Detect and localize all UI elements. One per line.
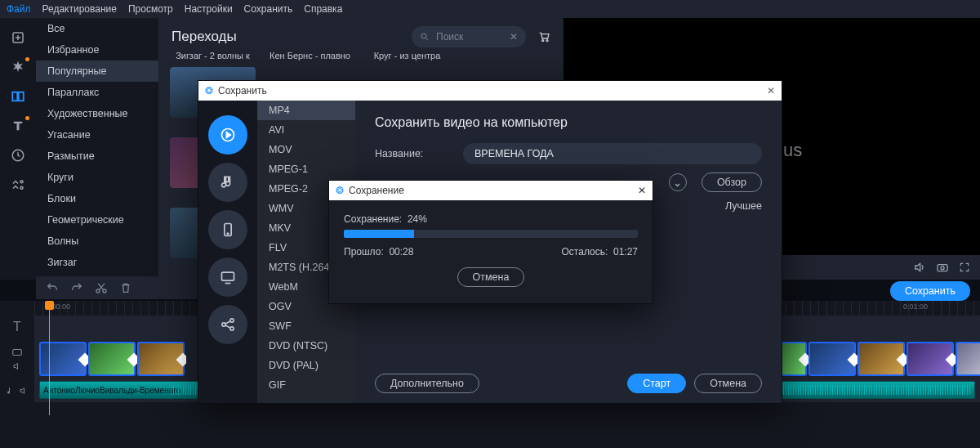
save-button[interactable]: Сохранить [890, 281, 970, 301]
transition-category-list: Все Избранное Популярные Параллакс Худож… [36, 18, 158, 280]
tool-titles[interactable] [5, 113, 31, 139]
menu-settings[interactable]: Настройки [185, 3, 233, 15]
cancel-button[interactable]: Отмена [694, 374, 762, 393]
start-button[interactable]: Старт [627, 374, 686, 393]
audio-track-gutter[interactable] [0, 379, 34, 402]
elapsed-value: 00:28 [389, 246, 413, 258]
export-device-icon[interactable] [208, 210, 247, 249]
progress-percent: 24% [408, 213, 427, 225]
close-icon[interactable]: ✕ [767, 85, 775, 96]
menu-help[interactable]: Справка [304, 3, 342, 15]
progress-status-label: Сохранение: [344, 213, 402, 225]
browse-button[interactable]: Обзор [702, 172, 762, 192]
tool-filters[interactable] [5, 54, 31, 80]
cancel-button[interactable]: Отмена [457, 267, 525, 287]
export-category-rail [198, 101, 257, 403]
format-item[interactable]: MP4 [257, 101, 355, 120]
progress-fill [344, 230, 414, 238]
video-clip[interactable] [808, 342, 856, 376]
video-clip[interactable] [88, 342, 136, 376]
video-clip[interactable] [858, 342, 905, 376]
format-item[interactable]: GIF [257, 375, 355, 395]
close-icon[interactable]: ✕ [638, 185, 646, 196]
sidebar-item[interactable]: Угасание [36, 124, 158, 146]
playhead[interactable] [49, 301, 50, 415]
export-video-icon[interactable] [208, 115, 247, 155]
video-clip[interactable] [137, 342, 185, 376]
name-input[interactable]: ВРЕМЕНА ГОДА [463, 143, 762, 164]
app-icon: ❂ [205, 85, 213, 96]
delete-icon[interactable] [119, 281, 132, 294]
format-item[interactable]: DVD (PAL) [257, 356, 355, 375]
redo-icon[interactable] [70, 281, 83, 294]
svg-point-7 [542, 40, 544, 42]
video-clip[interactable] [906, 342, 954, 376]
advanced-button[interactable]: Дополнительно [375, 374, 479, 393]
sidebar-item[interactable]: Зигзаг [36, 252, 158, 273]
cut-icon[interactable] [95, 281, 108, 294]
chevron-down-icon[interactable]: ⌄ [669, 173, 687, 191]
menu-save[interactable]: Сохранить [244, 3, 293, 15]
video-clip[interactable] [956, 342, 980, 376]
export-audio-icon[interactable] [208, 163, 247, 202]
remaining-label: Осталось: [562, 246, 608, 258]
format-item[interactable]: SWF [257, 316, 355, 336]
tool-stickers[interactable] [5, 142, 31, 168]
video-clip[interactable] [39, 342, 87, 376]
fullscreen-icon[interactable] [959, 262, 970, 273]
title-track-gutter[interactable]: T [0, 316, 34, 338]
format-item[interactable]: MOV [257, 140, 355, 159]
progress-titlebar[interactable]: ❂ Сохранение ✕ [329, 181, 653, 200]
svg-rect-17 [222, 272, 234, 280]
app-icon: ❂ [336, 185, 344, 196]
snapshot-icon[interactable] [936, 261, 949, 274]
name-label: Название: [375, 148, 448, 159]
sidebar-item[interactable]: Параллакс [36, 82, 158, 103]
thumb-caption: Зигзаг - 2 волны к [170, 51, 256, 60]
thumb-caption: Кен Бернс - плавно [267, 51, 353, 60]
sidebar-item[interactable]: Геометрические [36, 209, 158, 231]
export-tv-icon[interactable] [208, 258, 247, 297]
save-dialog-titlebar[interactable]: ❂ Сохранить ✕ [198, 81, 782, 101]
clear-icon[interactable]: ✕ [510, 31, 518, 43]
sidebar-item[interactable]: Круги [36, 167, 158, 188]
quality-value: Лучшее [725, 200, 762, 212]
sidebar-item[interactable]: Блоки [36, 188, 158, 209]
export-share-icon[interactable] [208, 305, 247, 344]
svg-point-6 [421, 34, 426, 38]
tool-import[interactable] [5, 25, 31, 51]
svg-rect-11 [938, 265, 947, 271]
sidebar-item[interactable]: Все [36, 18, 158, 39]
cart-icon[interactable] [537, 30, 550, 43]
format-item[interactable]: DVD (NTSC) [257, 336, 355, 356]
menu-file[interactable]: Файл [7, 3, 31, 15]
panel-title: Переходы [172, 29, 237, 45]
undo-icon[interactable] [46, 281, 59, 294]
svg-point-8 [546, 40, 548, 42]
thumb-caption: Круг - из центра [364, 51, 450, 60]
sidebar-item[interactable]: Размытие [36, 146, 158, 167]
search-icon [420, 32, 430, 42]
progress-window-title: Сохранение [349, 185, 404, 196]
format-item[interactable]: AVI [257, 120, 355, 140]
export-heading: Сохранить видео на компьютер [375, 115, 762, 130]
sidebar-item[interactable]: Избранное [36, 39, 158, 60]
svg-point-5 [20, 186, 23, 189]
menu-edit[interactable]: Редактирование [42, 3, 117, 15]
search-input[interactable]: Поиск ✕ [412, 26, 526, 47]
volume-icon[interactable] [913, 261, 926, 274]
search-placeholder: Поиск [436, 31, 463, 43]
progress-bar [344, 230, 638, 238]
tool-more[interactable] [5, 172, 31, 198]
format-item[interactable]: MPEG-1 [257, 159, 355, 179]
sidebar-item[interactable]: Популярные [36, 60, 158, 82]
tool-transitions[interactable] [5, 83, 31, 110]
menu-view[interactable]: Просмотр [128, 3, 173, 15]
sidebar-item[interactable]: Художественные [36, 103, 158, 124]
sidebar-item[interactable]: Волны [36, 231, 158, 252]
elapsed-label: Прошло: [344, 246, 384, 258]
remaining-value: 01:27 [613, 246, 638, 258]
video-track-gutter[interactable] [0, 338, 34, 379]
svg-point-4 [20, 181, 23, 183]
svg-rect-1 [12, 92, 17, 101]
